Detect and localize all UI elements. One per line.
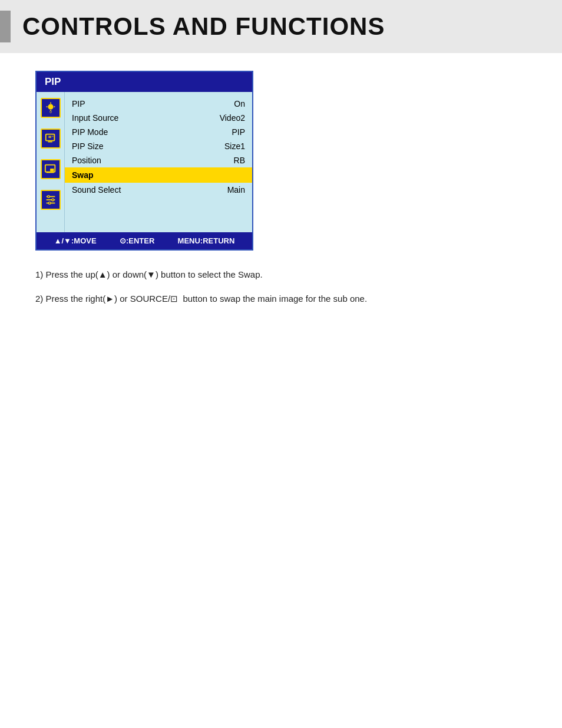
- svg-rect-12: [46, 172, 54, 173]
- footer-enter: ⊙:ENTER: [120, 236, 154, 245]
- pip-row-pip-value: On: [234, 99, 245, 108]
- header-banner: CONTROLS AND FUNCTIONS: [0, 0, 562, 53]
- main-content: PIP 0: [0, 71, 562, 305]
- instruction-2-number: 2): [35, 294, 46, 304]
- svg-point-0: [48, 105, 52, 109]
- svg-point-18: [48, 202, 51, 205]
- pip-row-pip[interactable]: PIP On: [65, 97, 252, 111]
- svg-text:0: 0: [49, 110, 52, 114]
- pip-row-sound-select[interactable]: Sound Select Main: [65, 183, 252, 197]
- brightness-icon[interactable]: 0: [41, 98, 61, 118]
- pip-icon[interactable]: [41, 159, 61, 179]
- pip-row-sound-select-value: Main: [227, 185, 245, 195]
- instructions: 1) Press the up(▲) or down(▼) button to …: [35, 268, 527, 305]
- pip-row-pip-size[interactable]: PIP Size Size1: [65, 139, 252, 153]
- pip-row-pip-size-value: Size1: [224, 141, 245, 151]
- footer-return: MENU:RETURN: [178, 236, 235, 245]
- header-accent: [0, 11, 11, 42]
- pip-row-position-label: Position: [72, 156, 101, 165]
- pip-menu-rows: PIP On Input Source Video2 PIP Mode PIP …: [65, 92, 252, 232]
- settings-icon[interactable]: [41, 190, 61, 210]
- pip-menu: PIP 0: [35, 71, 253, 251]
- svg-point-17: [51, 199, 54, 201]
- instruction-2-text: Press the right(►) or SOURCE/⊡ button to…: [46, 294, 368, 304]
- svg-rect-7: [48, 141, 52, 143]
- pip-menu-body: 0: [37, 92, 252, 232]
- source-icon[interactable]: [41, 129, 61, 149]
- pip-row-pip-size-label: PIP Size: [72, 141, 103, 151]
- svg-point-16: [47, 196, 49, 198]
- pip-row-position-value: RB: [234, 156, 245, 165]
- pip-menu-header: PIP: [37, 72, 252, 92]
- instruction-1-text: Press the up(▲) or down(▼) button to sel…: [46, 269, 263, 279]
- pip-menu-footer: ▲/▼:MOVE ⊙:ENTER MENU:RETURN: [37, 232, 252, 249]
- instruction-2: 2) Press the right(►) or SOURCE/⊡ button…: [35, 292, 527, 306]
- svg-rect-11: [50, 169, 54, 172]
- pip-row-input-source-label: Input Source: [72, 113, 118, 123]
- pip-row-input-source-value: Video2: [220, 113, 245, 123]
- pip-row-pip-label: PIP: [72, 99, 85, 108]
- instruction-1-number: 1): [35, 269, 46, 279]
- svg-rect-9: [51, 136, 53, 137]
- pip-row-swap[interactable]: Swap: [65, 167, 252, 183]
- pip-row-position[interactable]: Position RB: [65, 153, 252, 167]
- pip-row-pip-mode-value: PIP: [232, 127, 245, 137]
- pip-row-sound-select-label: Sound Select: [72, 185, 121, 195]
- instruction-1: 1) Press the up(▲) or down(▼) button to …: [35, 268, 527, 282]
- pip-row-pip-mode-label: PIP Mode: [72, 127, 108, 137]
- pip-icons-column: 0: [37, 92, 65, 232]
- page-title: CONTROLS AND FUNCTIONS: [22, 12, 385, 41]
- pip-menu-header-label: PIP: [45, 76, 61, 87]
- footer-move: ▲/▼:MOVE: [54, 236, 97, 245]
- pip-row-input-source[interactable]: Input Source Video2: [65, 111, 252, 125]
- pip-row-pip-mode[interactable]: PIP Mode PIP: [65, 125, 252, 139]
- svg-rect-8: [48, 136, 51, 138]
- pip-row-swap-label: Swap: [72, 170, 94, 180]
